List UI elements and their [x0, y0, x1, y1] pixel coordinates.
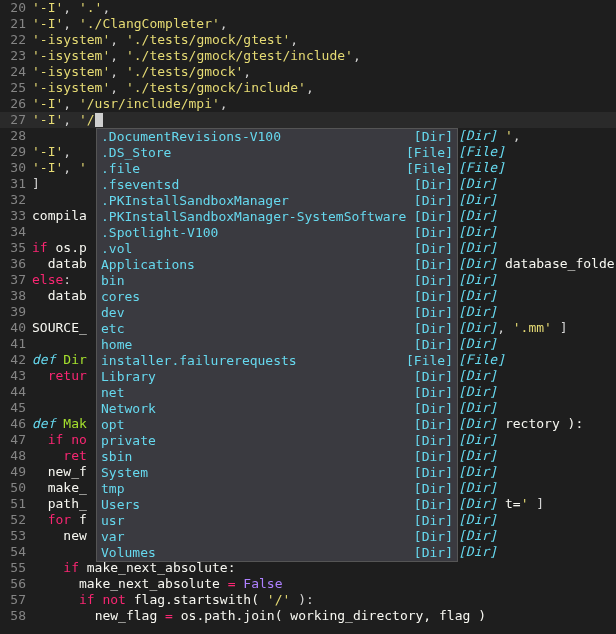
autocomplete-item[interactable]: sbin[Dir]	[97, 449, 457, 465]
autocomplete-item-kind: [Dir]	[414, 177, 453, 193]
code-line[interactable]: 24'-isystem', './tests/gmock',	[0, 64, 616, 80]
autocomplete-item[interactable]: Volumes[Dir]	[97, 545, 457, 561]
autocomplete-item[interactable]: .Spotlight-V100[Dir]	[97, 225, 457, 241]
autocomplete-item[interactable]: installer.failurerequests[File]	[97, 353, 457, 369]
autocomplete-item-name: var	[101, 529, 124, 545]
line-number: 25	[0, 80, 32, 96]
line-number: 40	[0, 320, 32, 336]
autocomplete-item[interactable]: dev[Dir]	[97, 305, 457, 321]
code-content[interactable]: '-isystem', './tests/gmock/gtest',	[32, 32, 616, 48]
autocomplete-item[interactable]: .vol[Dir]	[97, 241, 457, 257]
autocomplete-item[interactable]: net[Dir]	[97, 385, 457, 401]
code-continuation: [Dir]	[458, 304, 497, 320]
code-line[interactable]: 55 if make_next_absolute:	[0, 560, 616, 576]
code-content[interactable]: '-I', '/	[32, 112, 616, 128]
autocomplete-item-kind: [Dir]	[414, 481, 453, 497]
autocomplete-item[interactable]: usr[Dir]	[97, 513, 457, 529]
autocomplete-item[interactable]: home[Dir]	[97, 337, 457, 353]
code-line[interactable]: 22'-isystem', './tests/gmock/gtest',	[0, 32, 616, 48]
code-continuation: [Dir] rectory ):	[458, 416, 583, 432]
code-line[interactable]: 25'-isystem', './tests/gmock/include',	[0, 80, 616, 96]
line-number: 48	[0, 448, 32, 464]
code-line[interactable]: 56 make_next_absolute = False	[0, 576, 616, 592]
line-number: 22	[0, 32, 32, 48]
autocomplete-item-name: sbin	[101, 449, 132, 465]
line-number: 26	[0, 96, 32, 112]
autocomplete-item[interactable]: .PKInstallSandboxManager[Dir]	[97, 193, 457, 209]
autocomplete-item[interactable]: cores[Dir]	[97, 289, 457, 305]
code-continuation: [File]	[458, 144, 505, 160]
autocomplete-item-kind: [Dir]	[414, 273, 453, 289]
code-content[interactable]: '-isystem', './tests/gmock',	[32, 64, 616, 80]
autocomplete-item-kind: [Dir]	[414, 545, 453, 561]
line-number: 20	[0, 0, 32, 16]
autocomplete-item[interactable]: Network[Dir]	[97, 401, 457, 417]
code-continuation: [Dir]	[458, 512, 497, 528]
autocomplete-item-name: .PKInstallSandboxManager	[101, 193, 289, 209]
code-continuation: [Dir]	[458, 272, 497, 288]
code-continuation: [Dir] ',	[458, 128, 521, 144]
line-number: 42	[0, 352, 32, 368]
autocomplete-popup[interactable]: .DocumentRevisions-V100[Dir].DS_Store[Fi…	[96, 128, 458, 562]
code-line[interactable]: 23'-isystem', './tests/gmock/gtest/inclu…	[0, 48, 616, 64]
line-number: 47	[0, 432, 32, 448]
autocomplete-item[interactable]: Library[Dir]	[97, 369, 457, 385]
code-line[interactable]: 57 if not flag.startswith( '/' ):	[0, 592, 616, 608]
autocomplete-item[interactable]: etc[Dir]	[97, 321, 457, 337]
autocomplete-item[interactable]: .fseventsd[Dir]	[97, 177, 457, 193]
line-number: 30	[0, 160, 32, 176]
autocomplete-item[interactable]: opt[Dir]	[97, 417, 457, 433]
code-continuation: [Dir] database_folder )	[458, 256, 616, 272]
autocomplete-item-name: Applications	[101, 257, 195, 273]
autocomplete-item-name: private	[101, 433, 156, 449]
code-content[interactable]: '-I', './ClangCompleter',	[32, 16, 616, 32]
code-continuation: [Dir]	[458, 176, 497, 192]
code-content[interactable]: '-I', '.',	[32, 0, 616, 16]
autocomplete-item[interactable]: bin[Dir]	[97, 273, 457, 289]
line-number: 45	[0, 400, 32, 416]
line-number: 31	[0, 176, 32, 192]
code-continuation: [Dir]	[458, 544, 497, 560]
autocomplete-item-name: System	[101, 465, 148, 481]
code-content[interactable]: if not flag.startswith( '/' ):	[32, 592, 616, 608]
code-line[interactable]: 58 new_flag = os.path.join( working_dire…	[0, 608, 616, 624]
autocomplete-item-kind: [Dir]	[414, 385, 453, 401]
autocomplete-item-kind: [Dir]	[414, 449, 453, 465]
line-number: 36	[0, 256, 32, 272]
autocomplete-item-kind: [Dir]	[414, 529, 453, 545]
code-continuation: [File]	[458, 352, 505, 368]
code-line[interactable]: 20'-I', '.',	[0, 0, 616, 16]
line-number: 54	[0, 544, 32, 560]
code-content[interactable]: if make_next_absolute:	[32, 560, 616, 576]
autocomplete-item[interactable]: System[Dir]	[97, 465, 457, 481]
line-number: 27	[0, 112, 32, 128]
line-number: 35	[0, 240, 32, 256]
code-line[interactable]: 26'-I', '/usr/include/mpi',	[0, 96, 616, 112]
autocomplete-item[interactable]: .DocumentRevisions-V100[Dir]	[97, 129, 457, 145]
line-number: 46	[0, 416, 32, 432]
autocomplete-item[interactable]: .file[File]	[97, 161, 457, 177]
code-continuation: [Dir]	[458, 464, 497, 480]
autocomplete-item-name: dev	[101, 305, 124, 321]
code-line[interactable]: 21'-I', './ClangCompleter',	[0, 16, 616, 32]
code-content[interactable]: '-I', '/usr/include/mpi',	[32, 96, 616, 112]
line-number: 58	[0, 608, 32, 624]
code-content[interactable]: '-isystem', './tests/gmock/gtest/include…	[32, 48, 616, 64]
line-number: 43	[0, 368, 32, 384]
code-continuation: [Dir]	[458, 240, 497, 256]
code-content[interactable]: make_next_absolute = False	[32, 576, 616, 592]
code-content[interactable]: new_flag = os.path.join( working_directo…	[32, 608, 616, 624]
autocomplete-item[interactable]: Users[Dir]	[97, 497, 457, 513]
autocomplete-item-kind: [File]	[406, 145, 453, 161]
autocomplete-item-name: usr	[101, 513, 124, 529]
autocomplete-item[interactable]: private[Dir]	[97, 433, 457, 449]
autocomplete-item-kind: [Dir]	[414, 401, 453, 417]
code-content[interactable]: '-isystem', './tests/gmock/include',	[32, 80, 616, 96]
autocomplete-item[interactable]: .DS_Store[File]	[97, 145, 457, 161]
code-line[interactable]: 27'-I', '/	[0, 112, 616, 128]
autocomplete-item[interactable]: tmp[Dir]	[97, 481, 457, 497]
autocomplete-item[interactable]: Applications[Dir]	[97, 257, 457, 273]
autocomplete-item[interactable]: var[Dir]	[97, 529, 457, 545]
line-number: 29	[0, 144, 32, 160]
autocomplete-item[interactable]: .PKInstallSandboxManager-SystemSoftware[…	[97, 209, 457, 225]
